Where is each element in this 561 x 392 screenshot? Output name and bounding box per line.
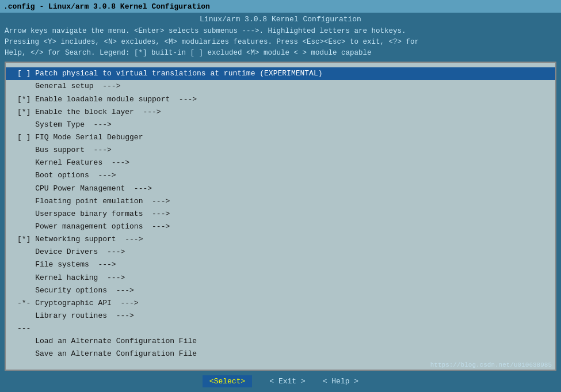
watermark: https://blog.csdn.net/u010638985: [430, 361, 552, 368]
exit-button[interactable]: < Exit >: [269, 377, 305, 386]
title-bar: .config - Linux/arm 3.0.8 Kernel Configu…: [0, 0, 561, 13]
menu-item-crypto-api[interactable]: -*- Cryptographic API --->: [6, 297, 555, 310]
help-button[interactable]: < Help >: [323, 377, 358, 386]
menu-item-kernel-features[interactable]: Kernel Features --->: [6, 157, 555, 169]
menu-item-power-management[interactable]: Power management options --->: [6, 220, 555, 233]
menu-item-floating-point[interactable]: Floating point emulation --->: [6, 195, 555, 208]
menu-item-device-drivers[interactable]: Device Drivers --->: [6, 246, 555, 258]
menu-item-patch-physical[interactable]: [ ] Patch physical to virtual translatio…: [6, 67, 555, 80]
menu-item-loadable-module[interactable]: [*] Enable loadable module support --->: [6, 93, 555, 106]
menu-item-cpu-power[interactable]: CPU Power Management --->: [6, 182, 555, 195]
menu-item-save-config[interactable]: Save an Alternate Configuration File: [6, 348, 555, 360]
title-text: .config - Linux/arm 3.0.8 Kernel Configu…: [3, 2, 210, 11]
menu-item-library-routines[interactable]: Library routines --->: [6, 310, 555, 322]
menu-item-load-config[interactable]: Load an Alternate Configuration File: [6, 335, 555, 348]
instruction-line1: Arrow keys navigate the menu. <Enter> se…: [5, 26, 556, 37]
instruction-line2: Pressing <Y> includes, <N> excludes, <M>…: [5, 37, 556, 48]
main-container: Linux/arm 3.0.8 Kernel Configuration Arr…: [0, 13, 561, 392]
menu-item-bus-support[interactable]: Bus support --->: [6, 144, 555, 157]
menu-item-kernel-hacking[interactable]: Kernel hacking --->: [6, 272, 555, 284]
menu-item-block-layer[interactable]: [*] Enable the block layer --->: [6, 106, 555, 119]
instruction-line3: Help, </> for Search. Legend: [*] built-…: [5, 48, 556, 59]
instructions: Arrow keys navigate the menu. <Enter> se…: [5, 26, 556, 58]
menu-item-separator[interactable]: ---: [6, 322, 555, 335]
menu-item-boot-options[interactable]: Boot options --->: [6, 169, 555, 182]
menu-item-general-setup[interactable]: General setup --->: [6, 80, 555, 93]
bottom-bar: <Select> < Exit > < Help >: [5, 371, 556, 390]
menu-list: [ ] Patch physical to virtual translatio…: [6, 67, 555, 360]
menu-item-fiq-mode[interactable]: [ ] FIQ Mode Serial Debugger: [6, 131, 555, 144]
header-title: Linux/arm 3.0.8 Kernel Configuration: [5, 15, 556, 24]
menu-item-security-options[interactable]: Security options --->: [6, 284, 555, 297]
menu-item-file-systems[interactable]: File systems --->: [6, 258, 555, 271]
select-button[interactable]: <Select>: [203, 375, 252, 387]
menu-item-system-type[interactable]: System Type --->: [6, 119, 555, 131]
menu-item-userspace-binary[interactable]: Userspace binary formats --->: [6, 208, 555, 220]
menu-item-networking[interactable]: [*] Networking support --->: [6, 233, 555, 246]
menu-box: [ ] Patch physical to virtual translatio…: [5, 62, 556, 371]
